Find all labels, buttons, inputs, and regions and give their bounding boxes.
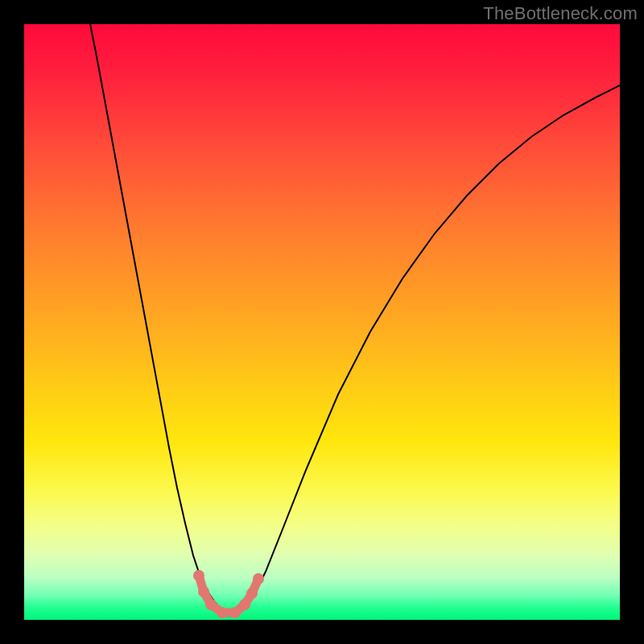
- marker-dot: [246, 588, 258, 599]
- marker-dot: [205, 599, 217, 610]
- marker-dot: [253, 573, 264, 584]
- marker-dot: [193, 570, 204, 581]
- marker-dot: [239, 599, 250, 610]
- marker-dot: [229, 607, 241, 618]
- marker-dot: [198, 586, 209, 597]
- watermark-text: TheBottleneck.com: [483, 3, 638, 24]
- gradient-plot-area: [24, 24, 620, 620]
- bottleneck-curve: [90, 24, 620, 613]
- bottleneck-curve-svg: [24, 24, 620, 620]
- marker-dot: [217, 607, 228, 618]
